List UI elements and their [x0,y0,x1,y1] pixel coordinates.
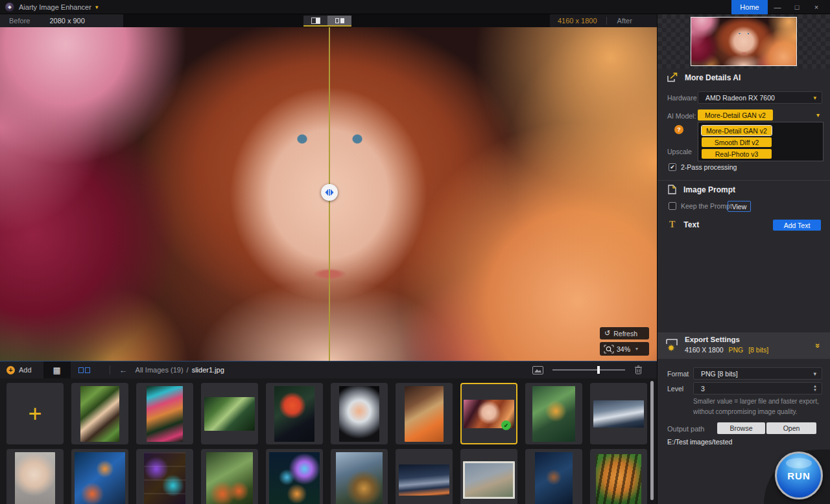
thumbnail-toucan[interactable] [266,383,323,444]
thumbnail-image [463,461,515,499]
app-menu-chevron-icon[interactable]: ▾ [95,4,99,10]
thumbnail-girl-with-frog[interactable] [71,383,128,444]
after-divider [606,17,607,25]
thumbnail-redhead-portrait[interactable]: ✔ [460,383,517,444]
ai-model-option[interactable]: Real-Photo v3 [702,149,772,159]
more-details-title: More Details AI [685,73,741,82]
after-info: 4160 x 1800 After [550,14,657,27]
image-preview: ↺ Refresh 34% ▾ [0,27,657,361]
enhance-icon [667,73,678,82]
two-pass-checkbox-row[interactable]: ✔ 2-Pass processing [669,163,737,171]
two-pass-label: 2-Pass processing [681,163,737,171]
thumbnail-mountain-truck[interactable] [331,449,388,504]
image-prompt-section-header: Image Prompt [668,185,830,194]
ai-model-chevron-icon[interactable]: ▾ [816,111,820,119]
slider-handle[interactable] [597,366,600,374]
thumbnail-tiger[interactable] [590,449,647,504]
settings-panel: More Details AI Hardware AMD Radeon RX 7… [657,14,830,504]
breadcrumb-group[interactable]: All Images (19) [136,366,184,374]
text-title: Text [683,220,699,229]
split-arrows-icon [325,189,334,196]
level-spinner-arrows[interactable]: ▲ ▼ [813,384,817,392]
side-by-side-view-button[interactable] [327,16,351,25]
view-prompt-button[interactable]: View [728,201,751,212]
thumbnail-terrarium-jar[interactable] [525,383,582,444]
thumbnail-night-mountains[interactable] [396,449,453,504]
thumbnail-image [206,452,253,504]
output-path-value: E:/Test images/tested [667,438,732,446]
thumbnail-scrollbar[interactable] [650,381,654,500]
thumbnail-crystal-flower[interactable] [331,383,388,444]
thumbnail-image [75,452,125,504]
keep-prompt-checkbox[interactable] [669,202,676,210]
export-settings-title: Export Settings [685,336,740,343]
trash-icon[interactable] [634,365,643,374]
text-tool-icon: T [669,220,675,230]
app-window: ◆ Aiarty Image Enhancer ▾ Home — □ × Bef… [0,0,830,504]
minimize-button[interactable]: — [768,0,787,14]
thumbnail-framed-photo[interactable] [460,449,517,504]
thumbnail-space-diver[interactable] [525,449,582,504]
format-dropdown[interactable]: PNG [8 bits] ▾ [693,367,822,380]
browse-button[interactable]: Browse [717,422,765,434]
thumbnail-image [80,386,119,442]
thumbnail-image [399,464,449,496]
thumbnail-old-man[interactable] [396,383,453,444]
home-button[interactable]: Home [731,0,768,14]
filmstrip-view-icon [78,367,90,373]
grid-view-tab[interactable]: ▦ [43,361,71,378]
ai-model-options: More-Detail GAN v2Smooth Diff v2Real-Pho… [698,122,824,161]
keep-prompt-checkbox-row[interactable]: Keep the Prompt [669,202,732,210]
split-view-button[interactable] [303,16,327,25]
collapse-chevron-icon[interactable]: » [813,343,823,347]
hardware-chevron-icon: ▾ [813,95,816,101]
filmstrip-panel: + Add ▦ ← All Images (19) / slider1.jpg [0,361,657,504]
selected-check-icon: ✔ [501,420,511,430]
thumbnail-blonde-woman[interactable] [6,449,64,504]
preview-toolbar: Before 2080 x 900 4160 x 1800 After [0,14,657,27]
image-prompt-title: Image Prompt [683,185,735,194]
close-button[interactable]: × [807,0,826,14]
ai-model-selected[interactable]: More-Detail GAN v2 [698,109,773,120]
thumbnail-size-slider[interactable] [552,369,625,371]
thumbnail-neon-potion[interactable] [71,449,128,504]
add-text-button[interactable]: Add Text [773,220,821,231]
thumbnail-jellyfish[interactable] [266,449,323,504]
level-note-line1: Smaller value = larger file and faster e… [693,398,819,405]
refresh-button[interactable]: ↺ Refresh [600,327,649,339]
export-settings-header[interactable]: Export Settings 4160 X 1800 PNG [8 bits]… [658,332,830,359]
ai-model-option[interactable]: More-Detail GAN v2 [702,126,772,135]
export-bits-badge: [8 bits] [748,346,768,354]
level-spinner[interactable]: 3 ▲ ▼ [693,382,822,395]
thumbnail-image [535,452,573,504]
thumb-row-1 [6,449,657,504]
compare-slider-handle[interactable] [321,184,338,201]
two-pass-checkbox[interactable]: ✔ [669,163,676,171]
filmstrip-toolbar: + Add ▦ ← All Images (19) / slider1.jpg [0,361,657,378]
title-bar: ◆ Aiarty Image Enhancer ▾ Home — □ × [0,0,830,14]
section-divider [658,180,830,181]
hardware-value: AMD Radeon RX 7600 [706,94,775,102]
ai-model-option[interactable]: Smooth Diff v2 [702,137,772,147]
filmstrip-view-tab[interactable] [71,361,98,378]
thumbnail-greenhouse-chairs[interactable] [201,449,258,504]
add-images-button[interactable]: + Add [6,366,32,374]
thumbnail-game-shields[interactable] [136,449,193,504]
run-button-gloss [786,458,812,468]
zoom-level-control[interactable]: 34% ▾ [600,342,649,356]
thumbnail-mountains[interactable] [590,383,647,444]
hardware-dropdown[interactable]: AMD Radeon RX 7600 ▾ [698,91,822,104]
maximize-button[interactable]: □ [787,0,807,14]
open-button[interactable]: Open [766,422,816,434]
back-arrow-icon[interactable]: ← [119,365,128,375]
spin-down-icon[interactable]: ▼ [813,388,817,392]
run-button[interactable]: RUN [775,452,823,499]
thumbnail-jungle-river[interactable] [201,383,258,444]
thumbnail-forest-queen[interactable] [136,383,193,444]
help-icon[interactable]: ? [674,125,683,134]
upscale-label: Upscale [667,148,692,155]
add-image-tile[interactable]: + [6,383,64,444]
plus-icon: + [6,366,15,374]
prompt-document-icon [668,185,676,194]
export-size: 4160 X 1800 [685,346,724,354]
